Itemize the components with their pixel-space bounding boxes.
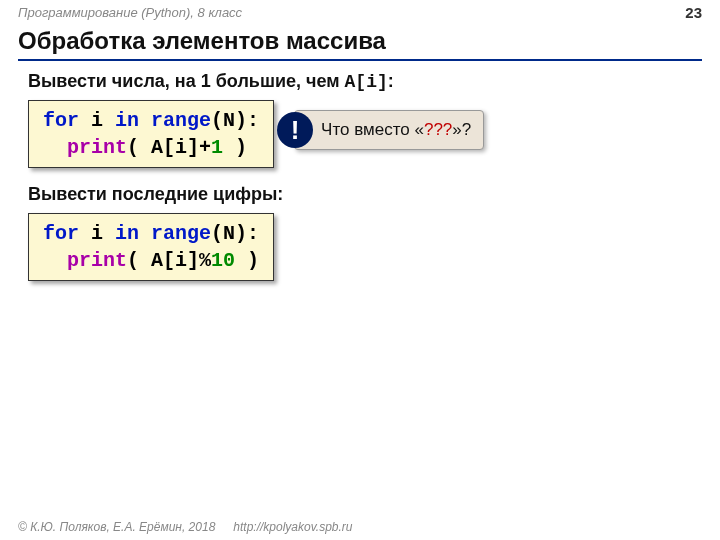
expr-close: )	[223, 136, 247, 159]
row-1: for i in range(N): print( A[i]+1 ) ! Что…	[28, 100, 692, 168]
kw-in: in	[115, 109, 139, 132]
kw-for: for	[43, 222, 79, 245]
fn-range: range	[151, 109, 211, 132]
expr-open: ( A[i]+	[127, 136, 211, 159]
callout-text: Что вместо «???»?	[321, 120, 471, 140]
content-area: Вывести числа, на 1 большие, чем A[i]: f…	[0, 71, 720, 281]
expr-open: ( A[i]%	[127, 249, 211, 272]
subtitle-1-colon: :	[388, 71, 394, 91]
fn-range: range	[151, 222, 211, 245]
exclamation-icon: !	[277, 112, 313, 148]
space	[139, 222, 151, 245]
subtitle-1-code: A[i]	[345, 72, 388, 92]
expr-close: )	[235, 249, 259, 272]
header-bar: Программирование (Python), 8 класс 23	[0, 0, 720, 21]
footer: © К.Ю. Поляков, Е.А. Ерёмин, 2018 http:/…	[0, 520, 720, 534]
callout-pre: Что вместо «	[321, 120, 424, 139]
fn-print: print	[67, 136, 127, 159]
callout-box: ! Что вместо «???»?	[294, 110, 484, 150]
subtitle-1: Вывести числа, на 1 большие, чем A[i]:	[28, 71, 692, 92]
fn-print: print	[67, 249, 127, 272]
callout-post: »?	[452, 120, 471, 139]
var-i: i	[79, 222, 115, 245]
page-number: 23	[685, 4, 702, 21]
code-block-2: for i in range(N): print( A[i]%10 )	[28, 213, 274, 281]
var-i: i	[79, 109, 115, 132]
indent	[43, 249, 67, 272]
subtitle-1-text: Вывести числа, на 1 большие, чем	[28, 71, 345, 91]
subtitle-2: Вывести последние цифры:	[28, 184, 692, 205]
args: (N):	[211, 109, 259, 132]
kw-in: in	[115, 222, 139, 245]
num-literal: 1	[211, 136, 223, 159]
title-underline	[18, 59, 702, 61]
copyright: © К.Ю. Поляков, Е.А. Ерёмин, 2018	[18, 520, 215, 534]
footer-url: http://kpolyakov.spb.ru	[233, 520, 352, 534]
args: (N):	[211, 222, 259, 245]
course-label: Программирование (Python), 8 класс	[18, 5, 242, 20]
indent	[43, 136, 67, 159]
code-block-1: for i in range(N): print( A[i]+1 )	[28, 100, 274, 168]
num-literal: 10	[211, 249, 235, 272]
kw-for: for	[43, 109, 79, 132]
space	[139, 109, 151, 132]
page-title: Обработка элементов массива	[0, 21, 720, 59]
callout-question: ???	[424, 120, 452, 139]
